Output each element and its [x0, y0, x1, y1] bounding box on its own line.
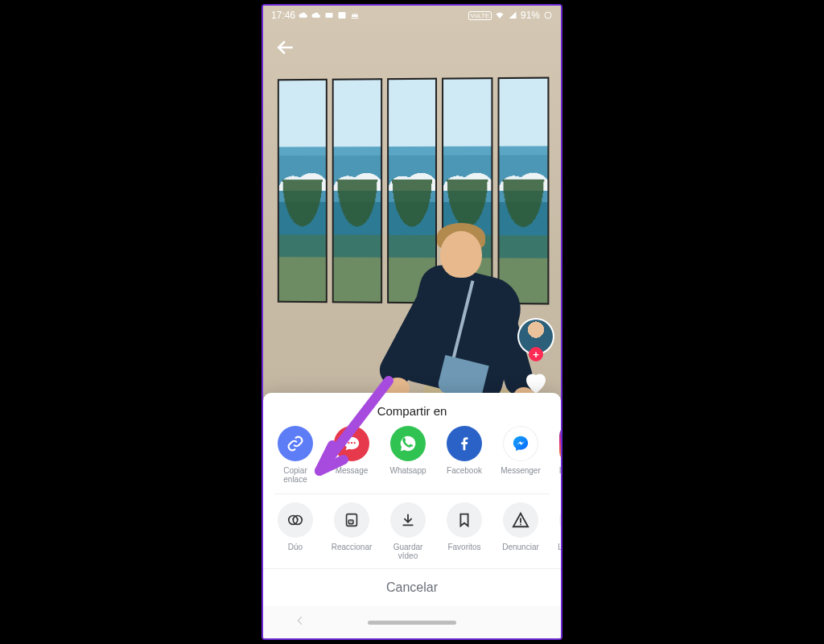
share-targets-row: Copiar enlace Message Whatsapp Facebook	[263, 426, 561, 492]
status-time: 17:46	[271, 10, 295, 21]
share-label: Instagram	[559, 466, 561, 475]
battery-icon	[543, 10, 553, 20]
image-icon	[337, 10, 347, 20]
arrow-left-icon	[275, 37, 296, 58]
facebook-icon	[447, 426, 482, 461]
share-instagram[interactable]: Instagram	[553, 426, 561, 484]
message-icon	[334, 426, 369, 461]
bookmark-icon	[447, 502, 482, 538]
status-bar: 17:46 VoLTE 91%	[263, 6, 561, 25]
camera-icon	[324, 10, 334, 20]
instagram-icon	[559, 426, 561, 461]
cloud-icon	[311, 10, 321, 20]
react-icon	[334, 502, 369, 538]
svg-point-5	[353, 442, 355, 444]
wifi-icon	[495, 10, 505, 20]
crown-icon	[350, 10, 360, 20]
android-nav-bar	[263, 606, 561, 638]
share-messenger[interactable]: Messenger	[496, 426, 545, 484]
svg-point-16	[520, 524, 521, 526]
share-actions-row: Dúo Reaccionar Guardar vídeo Favoritos	[263, 502, 561, 568]
nav-back-button[interactable]	[294, 614, 307, 630]
messenger-icon	[503, 426, 538, 461]
cancel-button[interactable]: Cancelar	[263, 568, 561, 606]
svg-point-15	[350, 521, 351, 522]
svg-point-2	[545, 12, 551, 19]
back-button[interactable]	[271, 33, 300, 62]
action-react[interactable]: Reaccionar	[328, 502, 376, 560]
warning-icon	[503, 502, 538, 538]
creator-avatar[interactable]: +	[517, 318, 554, 355]
share-whatsapp[interactable]: Whatsapp	[384, 426, 432, 484]
duo-icon	[278, 502, 313, 538]
action-save-video[interactable]: Guardar vídeo	[384, 502, 432, 560]
action-favorites[interactable]: Favoritos	[440, 502, 488, 560]
svg-point-4	[351, 442, 352, 444]
share-copy-link[interactable]: Copiar enlace	[271, 426, 319, 484]
svg-point-3	[348, 442, 349, 444]
phone-frame: 17:46 VoLTE 91%	[262, 4, 562, 640]
volte-badge: VoLTE	[468, 11, 492, 20]
cloud-icon	[299, 10, 308, 20]
download-icon	[390, 502, 426, 538]
action-duo[interactable]: Dúo	[271, 502, 319, 560]
chevron-left-icon	[294, 614, 307, 627]
action-live-photo[interactable]: Live Photo	[553, 502, 561, 560]
action-label: Favoritos	[447, 543, 480, 551]
share-label: Facebook	[447, 466, 482, 475]
whatsapp-icon	[390, 426, 426, 461]
share-label: Copiar enlace	[271, 466, 319, 484]
share-sheet-title: Compartir en	[263, 401, 561, 426]
svg-point-11	[292, 518, 294, 520]
live-photo-icon	[559, 502, 561, 538]
action-label: Reaccionar	[332, 543, 373, 551]
follow-button[interactable]: +	[529, 347, 543, 361]
share-facebook[interactable]: Facebook	[440, 426, 488, 484]
action-label: Guardar vídeo	[384, 543, 432, 560]
link-icon	[278, 426, 313, 461]
svg-rect-1	[339, 12, 346, 19]
action-label: Live Photo	[558, 543, 561, 551]
nav-home-pill[interactable]	[368, 621, 456, 625]
battery-text: 91%	[521, 10, 540, 21]
action-label: Dúo	[288, 543, 303, 551]
action-report[interactable]: Denunciar	[496, 502, 545, 560]
svg-rect-0	[326, 13, 333, 18]
action-label: Denunciar	[502, 543, 539, 551]
share-label: Message	[336, 466, 369, 475]
svg-point-12	[297, 518, 299, 520]
share-label: Whatsapp	[389, 466, 426, 475]
share-sheet: Compartir en Copiar enlace Message Whats…	[263, 393, 561, 606]
share-message[interactable]: Message	[328, 426, 376, 484]
signal-icon	[508, 10, 517, 20]
divider	[274, 493, 550, 494]
share-label: Messenger	[501, 466, 540, 475]
